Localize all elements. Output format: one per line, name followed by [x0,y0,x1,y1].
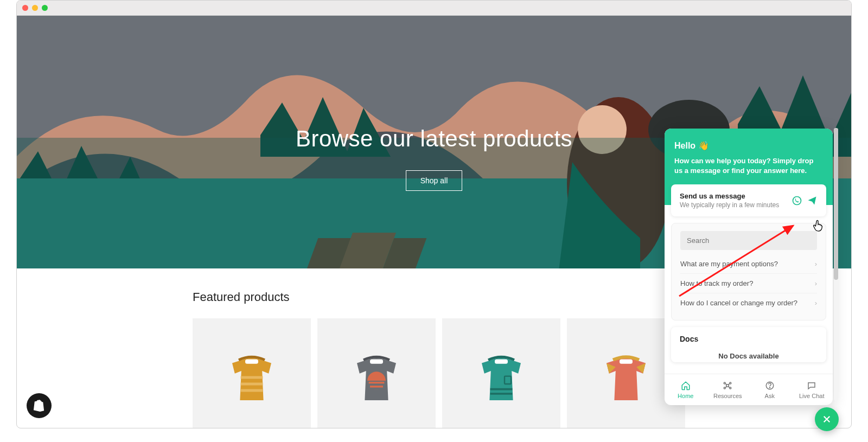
home-icon [681,381,691,390]
docs-title: Docs [680,335,818,343]
close-icon [822,414,832,424]
chevron-right-icon: › [815,279,817,287]
faq-card: What are my payment options? › How to tr… [671,223,826,321]
chat-close-fab[interactable] [815,407,839,431]
faq-item[interactable]: What are my payment options? › [680,254,817,273]
chat-greeting: Hello 👋 [674,140,823,151]
tab-label: Resources [713,393,742,399]
chat-icon [807,381,816,390]
window-close-dot[interactable] [22,5,28,11]
product-image [442,318,560,428]
chevron-right-icon: › [815,260,817,268]
svg-point-24 [724,382,726,384]
svg-point-29 [769,387,770,388]
svg-point-26 [724,387,726,389]
tab-ask[interactable]: Ask [749,374,791,405]
faq-item-label: What are my payment options? [680,260,778,268]
hero-title: Browse our latest products [296,126,572,152]
featured-heading: Featured products [193,290,675,304]
wave-emoji: 👋 [698,141,709,150]
chat-tabs: Home Resources Ask Live Chat [665,374,833,405]
shop-all-button[interactable]: Shop all [406,170,463,191]
send-icon[interactable] [807,195,818,206]
question-icon [765,381,775,390]
product-card[interactable] [317,318,436,428]
faq-item[interactable]: How do I cancel or change my order? › [680,293,817,312]
tab-resources[interactable]: Resources [707,374,749,405]
faq-item-label: How do I cancel or change my order? [680,299,797,307]
page-viewport: Browse our latest products Shop all Feat… [17,16,851,428]
shopify-badge[interactable] [27,393,52,418]
product-grid [193,318,675,428]
tab-label: Ask [765,393,775,399]
docs-empty-message: No Docs available [680,352,818,360]
svg-rect-17 [495,359,508,363]
send-message-title: Send us a message [680,192,779,200]
tab-label: Home [678,393,693,399]
svg-rect-12 [370,359,383,363]
send-message-subtitle: We typically reply in a few minutes [680,201,779,209]
shopify-icon [33,399,45,412]
product-card[interactable] [442,318,560,428]
browser-window: Browse our latest products Shop all Feat… [16,0,852,428]
product-card[interactable] [193,318,311,428]
window-minimize-dot[interactable] [32,5,38,11]
chat-scrollbar[interactable] [834,128,838,401]
send-message-card[interactable]: Send us a message We typically reply in … [671,184,826,216]
tab-label: Live Chat [799,393,824,399]
faq-item[interactable]: How to track my order? › [680,273,817,293]
product-image [317,318,436,428]
tab-home[interactable]: Home [665,374,707,405]
tab-livechat[interactable]: Live Chat [791,374,833,405]
product-image [193,318,311,428]
faq-item-label: How to track my order? [680,279,753,287]
resources-icon [723,381,732,390]
svg-point-25 [730,382,731,384]
chat-widget: Hello 👋 How can we help you today? Simpl… [665,129,833,405]
chat-subtext: How can we help you today? Simply drop u… [674,156,823,176]
whatsapp-icon[interactable] [792,195,802,206]
window-titlebar [17,1,851,16]
chevron-right-icon: › [815,299,817,307]
svg-point-22 [793,196,801,204]
svg-point-27 [730,387,731,389]
svg-rect-21 [620,359,633,363]
docs-card: Docs No Docs available [671,327,826,362]
svg-rect-8 [245,359,258,363]
faq-search-input[interactable] [680,231,817,250]
window-zoom-dot[interactable] [42,5,48,11]
